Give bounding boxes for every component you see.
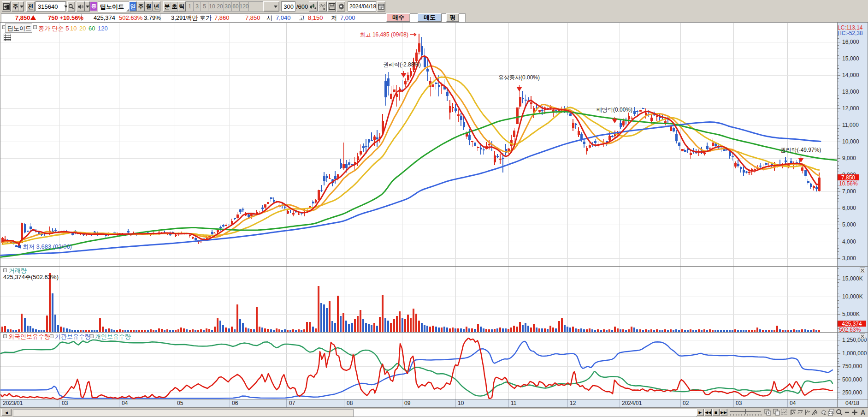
svg-text:11,000: 11,000 [842,122,859,128]
svg-text:06: 06 [232,400,238,406]
svg-text:10,000: 10,000 [842,138,859,145]
svg-text:HC:-52,38: HC:-52,38 [838,30,863,36]
svg-text:5,000: 5,000 [842,221,856,228]
svg-text:08: 08 [347,400,353,406]
svg-text:425,374주(502.63%): 425,374주(502.63%) [3,274,59,280]
svg-text:10,000K: 10,000K [842,293,863,300]
svg-text:500,000: 500,000 [842,376,862,383]
svg-text:12,000: 12,000 [842,105,859,112]
svg-text:종가 단순 5: 종가 단순 5 [38,25,69,32]
svg-text:03: 03 [736,400,742,406]
svg-text:4,000: 4,000 [842,238,856,245]
svg-text:딥노이드: 딥노이드 [7,25,31,32]
svg-text:04: 04 [790,400,796,406]
svg-text:3,000: 3,000 [842,255,856,262]
svg-text:7,850: 7,850 [841,174,855,181]
svg-text:유상증자(0.00%): 유상증자(0.00%) [498,74,540,81]
svg-text:6,000: 6,000 [842,205,856,211]
svg-text:1,000,000: 1,000,000 [842,350,867,357]
svg-text:07: 07 [289,400,295,406]
svg-text:A: A [861,409,865,416]
svg-text:05: 05 [177,400,183,406]
svg-text:배당락(0.00%): 배당락(0.00%) [596,107,632,113]
svg-text:425,374: 425,374 [842,321,862,327]
svg-text:5,000K: 5,000K [842,311,860,317]
svg-text:거래량: 거래량 [9,267,27,274]
svg-text:502.63%: 502.63% [839,327,861,333]
svg-text:02: 02 [683,400,689,406]
svg-text:기관보유수량: 기관보유수량 [55,333,91,340]
svg-text:최저 3,683 (02/06): 최저 3,683 (02/06) [23,243,72,250]
svg-text:10: 10 [458,400,464,406]
svg-text:외국인보유수량: 외국인보유수량 [8,333,50,340]
svg-text:20: 20 [79,25,86,32]
svg-text:10.56%: 10.56% [839,180,858,187]
svg-text:04/18: 04/18 [845,400,859,406]
svg-text:15,000K: 15,000K [842,275,863,282]
svg-text:2023/01: 2023/01 [3,400,23,406]
svg-text:03: 03 [62,400,68,406]
svg-text:16,000: 16,000 [842,39,859,45]
svg-text:15,000: 15,000 [842,55,859,62]
svg-text:개인보유수량: 개인보유수량 [95,333,131,340]
svg-text:04: 04 [122,400,128,406]
svg-text:750,000: 750,000 [842,363,862,369]
svg-text:09: 09 [404,400,411,406]
svg-text:권리락(-2.88%): 권리락(-2.88%) [383,61,421,68]
svg-text:13,000: 13,000 [842,89,859,95]
svg-text:12: 12 [570,400,576,406]
svg-text:9,000: 9,000 [842,155,856,161]
svg-text:2024/01: 2024/01 [622,400,642,406]
svg-text:60: 60 [89,25,95,32]
svg-text:11: 11 [511,400,517,406]
svg-text:120: 120 [98,25,108,32]
svg-text:권리락(-49.97%): 권리락(-49.97%) [780,147,821,153]
svg-text:250,000: 250,000 [842,389,862,396]
svg-text:10: 10 [70,25,77,32]
svg-text:7,000: 7,000 [842,188,856,195]
svg-text:최고 16,485 (09/08): 최고 16,485 (09/08) [360,31,408,38]
svg-text:14,000: 14,000 [842,72,859,78]
